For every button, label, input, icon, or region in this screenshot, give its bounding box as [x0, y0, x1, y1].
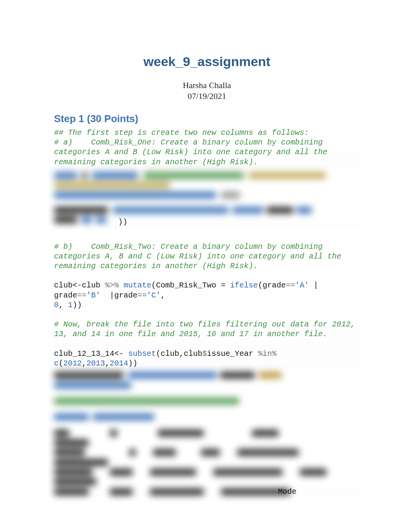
code-text: , — [82, 359, 86, 368]
code-operator: == — [137, 291, 147, 300]
code-operator: == — [286, 281, 295, 290]
code-text: grade — [54, 291, 77, 300]
document-author: Harsha Challa — [54, 80, 360, 91]
code-operator: $ — [202, 349, 207, 358]
code-text: , — [161, 291, 165, 300]
code-text: )) — [73, 301, 82, 309]
code-operator: %>% — [105, 281, 119, 290]
code-text: )) — [128, 359, 137, 368]
code-comment: ## The first step is create two new colu… — [54, 128, 309, 137]
code-text: (Comb_Risk_Two = — [151, 281, 230, 290]
code-block: # b) Comb_Risk_Two: Create a binary colu… — [54, 241, 360, 369]
code-text: |grade — [100, 291, 137, 300]
code-operator: %in% — [258, 349, 276, 358]
code-operator: == — [77, 291, 86, 300]
code-comment: # Now, break the file into two files fil… — [54, 320, 360, 338]
blurred-preview-region — [54, 371, 360, 495]
document-date: 07/19/2021 — [54, 91, 360, 102]
code-text: , — [105, 359, 110, 368]
code-text: , — [59, 301, 68, 309]
document-title: week_9_assignment — [54, 54, 360, 69]
code-number: 0 — [54, 301, 59, 309]
code-comment: # b) Comb_Risk_Two: Create a binary colu… — [54, 242, 346, 270]
code-text: (grade — [258, 281, 286, 290]
code-string: 'B' — [86, 291, 100, 300]
code-function: ifelse — [230, 281, 258, 290]
code-function: mutate — [119, 281, 151, 290]
code-number: 2013 — [86, 359, 105, 368]
code-number: 2014 — [110, 359, 128, 368]
document-page: week_9_assignment Harsha Challa 07/19/20… — [0, 0, 410, 520]
section-heading-step1: Step 1 (30 Points) — [54, 113, 360, 125]
code-number: 2012 — [63, 359, 82, 368]
code-text: ( — [59, 359, 63, 368]
blurred-preview-region — [54, 172, 360, 224]
code-string: 'C' — [147, 291, 161, 300]
code-text: (club,club — [156, 349, 202, 358]
code-text: | — [309, 281, 323, 290]
code-block: ## The first step is create two new colu… — [54, 127, 360, 168]
code-string: 'A' — [295, 281, 309, 290]
code-comment: # a) Comb_Risk_One: Create a binary colu… — [54, 138, 332, 166]
code-text: issue_Year — [207, 349, 258, 358]
code-function: c — [54, 359, 59, 368]
code-text: club<-club — [54, 281, 105, 290]
code-text: club_12_13_14<- — [54, 349, 128, 358]
code-number: 1 — [68, 301, 73, 309]
code-function: subset — [128, 349, 156, 358]
